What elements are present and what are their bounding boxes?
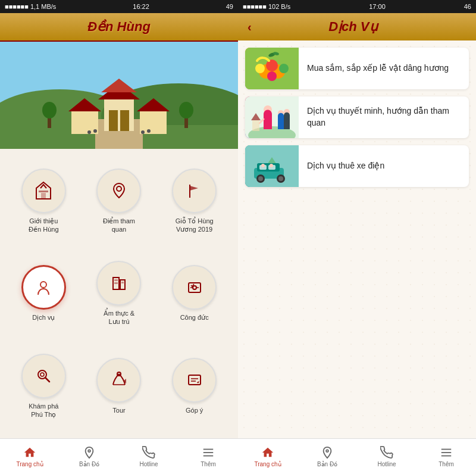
menu-circle-diem-tham-quan [96, 169, 141, 213]
nav-label-trang-chu-right: Trang chủ [254, 461, 281, 467]
svg-point-26 [40, 282, 46, 288]
nav-label-ban-do-right: Bản Đồ [317, 461, 337, 467]
svg-rect-22 [41, 193, 46, 199]
menu-item-am-thuc[interactable]: Ẩm thực &Lưu trú [85, 251, 154, 336]
app-title-left: Đền Hùng [6, 19, 232, 35]
svg-rect-12 [140, 110, 167, 134]
nav-label-hotline-left: Hotline [139, 461, 158, 467]
bottom-nav-right: Trang chủ Bản Đồ Hotline Thêm [238, 438, 476, 474]
menu-grid: Giới thiệuĐền Hùng Điểm thamquan Giỗ Tổ … [0, 149, 238, 438]
nav-hotline-right[interactable]: Hotline [357, 439, 416, 474]
battery-left: 49 [226, 3, 233, 10]
menu-label-diem-tham-quan: Điểm thamquan [103, 217, 135, 234]
menu-label-gop-y: Góp ý [186, 406, 203, 414]
menu-label-dich-vu: Dịch vụ [32, 313, 55, 322]
menu-label-cong-duc: Công đức [180, 313, 209, 322]
svg-rect-23 [39, 191, 48, 192]
service-title-thuyet-minh: Dịch vụ thuyết minh, hướng dẫn tham quan [299, 99, 469, 135]
svg-point-74 [326, 450, 328, 452]
nav-hotline-left[interactable]: Hotline [119, 439, 178, 474]
right-panel: ■■■■■■ 102 B/s 17:00 46 ‹ Dịch Vụ [238, 0, 476, 474]
signal-info-right: ■■■■■■ 102 B/s [243, 3, 290, 10]
svg-rect-28 [114, 279, 118, 281]
nav-trang-chu-right[interactable]: Trang chủ [238, 439, 298, 474]
nav-ban-do-left[interactable]: Bản Đồ [60, 439, 119, 474]
menu-label-gioi-thieu: Giới thiệuĐền Hùng [29, 217, 58, 234]
svg-rect-38 [189, 375, 201, 385]
svg-point-18 [87, 130, 91, 134]
nav-them-right[interactable]: Thêm [416, 439, 476, 474]
svg-point-50 [279, 64, 289, 73]
svg-point-41 [88, 450, 90, 452]
svg-point-49 [255, 64, 265, 73]
menu-circle-gio-to [172, 169, 217, 213]
svg-rect-5 [104, 98, 134, 131]
menu-item-cong-duc[interactable]: Công đức [160, 251, 228, 336]
service-thumb-mua-sam [245, 48, 299, 89]
svg-point-71 [278, 176, 283, 181]
svg-rect-29 [114, 282, 118, 284]
header-right: ‹ Dịch Vụ [238, 13, 476, 40]
svg-line-35 [45, 378, 49, 382]
menu-item-gop-y[interactable]: Góp ý [160, 344, 228, 429]
menu-circle-dich-vu [21, 265, 66, 310]
menu-item-gio-to[interactable]: Giỗ Tổ HùngVương 2019 [160, 158, 228, 244]
hero-image [0, 42, 238, 149]
service-thumb-thuyet-minh [245, 96, 299, 138]
header-left: Đền Hùng [0, 13, 238, 42]
signal-info-left: ■■■■■■ 1,1 MB/s [5, 3, 56, 10]
battery-right: 46 [464, 3, 471, 10]
service-item-mua-sam[interactable]: Mua sắm, sắp xếp lễ vật dâng hương [245, 48, 469, 89]
menu-circle-cong-duc [172, 265, 217, 310]
svg-rect-61 [252, 120, 259, 131]
nav-label-hotline-right: Hotline [377, 461, 396, 467]
nav-label-ban-do-left: Bản Đồ [79, 461, 99, 467]
nav-ban-do-right[interactable]: Bản Đồ [298, 439, 357, 474]
menu-label-am-thuc: Ẩm thực &Lưu trú [104, 309, 134, 326]
nav-label-trang-chu-left: Trang chủ [16, 461, 43, 467]
svg-point-20 [141, 130, 145, 134]
svg-point-51 [267, 71, 277, 81]
menu-label-kham-pha: Khám pháPhú Thọ [29, 402, 58, 419]
svg-point-15 [42, 102, 57, 118]
menu-item-gioi-thieu[interactable]: Giới thiệuĐền Hùng [10, 158, 78, 244]
svg-rect-30 [120, 280, 125, 289]
status-bar-right: ■■■■■■ 102 B/s 17:00 46 [238, 0, 476, 13]
svg-point-24 [117, 186, 121, 191]
back-button[interactable]: ‹ [248, 20, 252, 34]
service-thumb-thue-xe [245, 145, 299, 187]
status-bar-left: ■■■■■■ 1,1 MB/s 16:22 49 [0, 0, 238, 13]
menu-circle-tour [96, 358, 141, 403]
svg-rect-6 [109, 110, 118, 131]
svg-point-72 [261, 164, 265, 167]
service-title-mua-sam: Mua sắm, sắp xếp lễ vật dâng hương [299, 57, 457, 80]
svg-point-33 [193, 286, 196, 289]
svg-point-69 [258, 176, 263, 181]
svg-rect-31 [121, 282, 124, 283]
menu-label-gio-to: Giỗ Tổ HùngVương 2019 [176, 217, 214, 234]
left-panel: ■■■■■■ 1,1 MB/s 16:22 49 Đền Hùng [0, 0, 238, 474]
service-item-thue-xe[interactable]: Dịch vụ thuê xe điện [245, 145, 469, 187]
bottom-nav-left: Trang chủ Bản Đồ Hotline Thêm [0, 438, 238, 474]
menu-circle-am-thuc [96, 261, 141, 305]
nav-them-left[interactable]: Thêm [178, 439, 238, 474]
menu-item-dich-vu[interactable]: Dịch vụ [10, 251, 78, 336]
svg-point-48 [266, 60, 278, 71]
page-title-right: Dịch Vụ [256, 19, 450, 35]
services-list: Mua sắm, sắp xếp lễ vật dâng hương [238, 40, 476, 438]
time-left: 16:22 [133, 3, 149, 10]
nav-label-them-right: Thêm [439, 461, 454, 467]
svg-point-19 [93, 129, 97, 133]
svg-point-21 [147, 129, 151, 133]
svg-point-17 [179, 102, 193, 118]
menu-item-diem-tham-quan[interactable]: Điểm thamquan [85, 158, 154, 244]
service-item-thuyet-minh[interactable]: Dịch vụ thuyết minh, hướng dẫn tham quan [245, 96, 469, 138]
menu-item-tour[interactable]: Tour [85, 344, 154, 429]
time-right: 17:00 [369, 3, 386, 10]
menu-label-tour: Tour [112, 406, 125, 414]
menu-circle-kham-pha [21, 354, 66, 398]
menu-item-kham-pha[interactable]: Khám pháPhú Thọ [10, 344, 78, 429]
menu-circle-gioi-thieu [21, 169, 66, 213]
nav-trang-chu-left[interactable]: Trang chủ [0, 439, 60, 474]
svg-point-36 [40, 373, 44, 376]
